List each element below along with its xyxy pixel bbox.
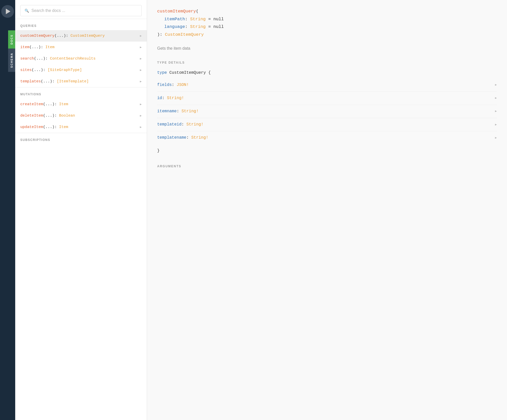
type-definition-open: type CustomItemQuery { [157, 69, 497, 76]
nav-item-templates[interactable]: templates(...): [ItemTemplate] ▶ [15, 76, 147, 87]
play-button[interactable] [1, 5, 14, 18]
nav-item-search-text: search(...): ContentSearchResults [20, 57, 140, 61]
field-id-chevron: ▶ [495, 96, 497, 101]
field-itemname-chevron: ▶ [495, 109, 497, 114]
search-container: 🔍 Search the docs ... [15, 0, 147, 19]
signature-param-2: language: String = null [157, 23, 497, 31]
type-details-title: TYPE DETAILS [157, 61, 497, 64]
nav-item-createItem-chevron: ▶ [140, 102, 142, 106]
type-field-fields[interactable]: fields: JSON! ▶ [157, 79, 497, 92]
arguments-title: ARGUMENTS [157, 165, 497, 168]
search-icon: 🔍 [25, 9, 29, 13]
search-placeholder: Search the docs ... [31, 8, 65, 13]
left-panel: 🔍 Search the docs ... QUERIES customItem… [15, 0, 147, 420]
description-text: Gets the item data [157, 46, 497, 51]
nav-item-createItem[interactable]: createItem(...): Item ▶ [15, 99, 147, 110]
nav-item-updateItem-text: updateItem(...): Item [20, 125, 140, 129]
section-label-queries: QUERIES [15, 19, 147, 30]
field-templatename-chevron: ▶ [495, 135, 497, 140]
type-block: type CustomItemQuery { fields: JSON! ▶ i… [157, 69, 497, 154]
nav-item-search-chevron: ▶ [140, 57, 142, 61]
type-field-templatename[interactable]: templatename: String! ▶ [157, 131, 497, 144]
tab-schema[interactable]: SCHEMA [8, 49, 15, 72]
nav-item-item-text: item(...): Item [20, 45, 140, 49]
section-label-subscriptions: SUBSCRIPTIONS [15, 133, 147, 144]
tab-docs[interactable]: DOCS [8, 30, 15, 49]
nav-item-sites-chevron: ▶ [140, 68, 142, 72]
nav-item-templates-text: templates(...): [ItemTemplate] [20, 79, 140, 84]
nav-item-templates-chevron: ▶ [140, 80, 142, 83]
signature-line: customItemQuery( [157, 8, 497, 15]
field-templateid-chevron: ▶ [495, 122, 497, 127]
type-field-id[interactable]: id: String! ▶ [157, 92, 497, 105]
nav-item-deleteItem-chevron: ▶ [140, 114, 142, 118]
nav-item-customItemQuery-text: customItemQuery(...): CustomItemQuery [20, 34, 140, 38]
type-definition-close: } [157, 148, 497, 154]
type-field-itemname[interactable]: itemname: String! ▶ [157, 105, 497, 118]
search-box[interactable]: 🔍 Search the docs ... [20, 5, 142, 16]
signature-return: ): CustomItemQuery [157, 31, 497, 39]
field-fields-chevron: ▶ [495, 82, 497, 87]
vertical-tabs: DOCS SCHEMA [8, 30, 15, 72]
nav-item-customItemQuery-prefix: customItemQuery [20, 34, 55, 38]
section-label-mutations: MUTATIONS [15, 87, 147, 99]
nav-item-sites-text: sites(...): [SiteGraphType] [20, 68, 140, 72]
nav-item-updateItem[interactable]: updateItem(...): Item ▶ [15, 121, 147, 133]
type-field-templateid[interactable]: templateid: String! ▶ [157, 118, 497, 131]
nav-item-item[interactable]: item(...): Item ▶ [15, 42, 147, 53]
nav-item-customItemQuery-chevron: ▶ [140, 34, 142, 38]
type-fields: fields: JSON! ▶ id: String! ▶ itemname: … [157, 79, 497, 144]
nav-item-search[interactable]: search(...): ContentSearchResults ▶ [15, 53, 147, 64]
left-sidebar: DOCS SCHEMA [0, 0, 15, 420]
nav-item-customItemQuery[interactable]: customItemQuery(...): CustomItemQuery ▶ [15, 30, 147, 42]
nav-item-deleteItem-text: deleteItem(...): Boolean [20, 114, 140, 118]
right-panel: customItemQuery( itemPath: String = null… [147, 0, 507, 420]
nav-item-updateItem-chevron: ▶ [140, 125, 142, 129]
nav-item-item-chevron: ▶ [140, 45, 142, 49]
nav-item-sites[interactable]: sites(...): [SiteGraphType] ▶ [15, 64, 147, 76]
signature-function-name: customItemQuery [157, 9, 196, 14]
signature-block: customItemQuery( itemPath: String = null… [157, 8, 497, 39]
signature-param-1: itemPath: String = null [157, 15, 497, 23]
nav-item-deleteItem[interactable]: deleteItem(...): Boolean ▶ [15, 110, 147, 121]
arguments-section: ARGUMENTS [157, 165, 497, 168]
nav-item-createItem-text: createItem(...): Item [20, 102, 140, 106]
